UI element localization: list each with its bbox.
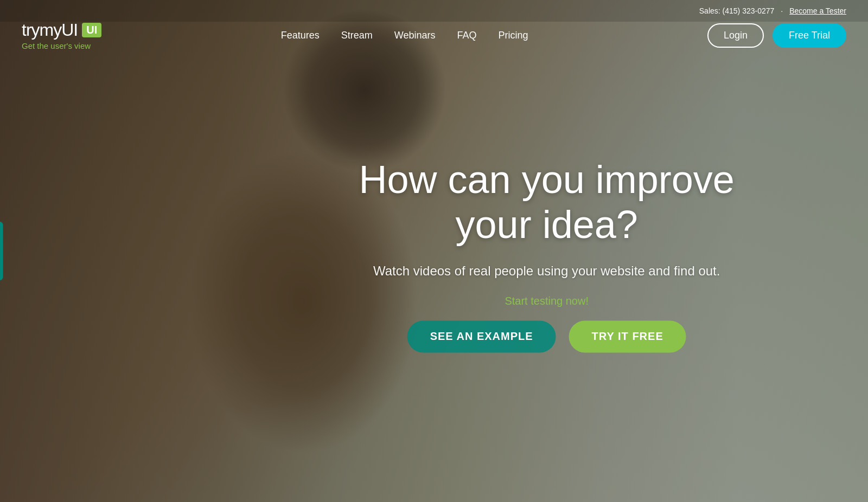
- navbar: trymyUI UI Get the user's view Features …: [0, 0, 868, 70]
- hero-buttons: SEE AN EXAMPLE TRY IT FREE: [359, 320, 735, 352]
- login-button[interactable]: Login: [707, 23, 764, 48]
- nav-links: Features Stream Webinars FAQ Pricing: [281, 30, 528, 41]
- hero-headline-line1: How can you improve: [359, 158, 735, 201]
- see-example-button[interactable]: SEE AN EXAMPLE: [407, 320, 556, 352]
- nav-stream[interactable]: Stream: [341, 30, 373, 41]
- nav-features[interactable]: Features: [281, 30, 320, 41]
- hero-subtext: Watch videos of real people using your w…: [359, 263, 735, 279]
- hero-content: How can you improve your idea? Watch vid…: [359, 157, 735, 352]
- hero-headline: How can you improve your idea?: [359, 157, 735, 247]
- contact-tab[interactable]: Contact us: [0, 222, 3, 280]
- logo[interactable]: trymyUI UI Get the user's view: [22, 20, 101, 50]
- free-trial-button[interactable]: Free Trial: [773, 23, 846, 48]
- nav-actions: Login Free Trial: [707, 23, 846, 48]
- try-free-button[interactable]: TRY IT FREE: [569, 320, 686, 352]
- logo-tagline: Get the user's view: [22, 41, 91, 50]
- nav-webinars[interactable]: Webinars: [394, 30, 436, 41]
- nav-pricing[interactable]: Pricing: [498, 30, 528, 41]
- hero-cta-prompt: Start testing now!: [359, 295, 735, 307]
- hero-headline-line2: your idea?: [456, 203, 638, 246]
- nav-faq[interactable]: FAQ: [457, 30, 476, 41]
- logo-text: trymyUI UI: [22, 20, 101, 40]
